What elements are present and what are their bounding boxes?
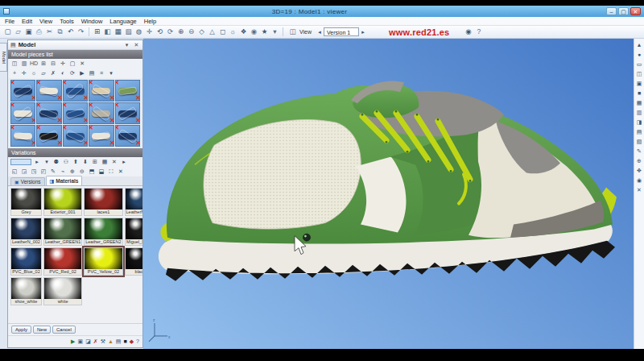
scroll-up-icon[interactable]: ▲: [637, 41, 642, 48]
variations-tool-icon[interactable]: ▸: [120, 158, 128, 166]
variations-tool-icon[interactable]: ⊕: [68, 168, 76, 176]
variations-filter-input[interactable]: [10, 159, 31, 165]
material-swatch[interactable]: PVC_Blue_02: [10, 247, 42, 276]
status-tool-icon[interactable]: ▤: [116, 338, 122, 345]
render-icon[interactable]: ◍: [134, 27, 144, 37]
pieces-tool-icon[interactable]: ⊟: [49, 60, 57, 68]
panel-collapse-icon[interactable]: ▾: [123, 42, 130, 48]
view-top-icon[interactable]: ■: [638, 89, 641, 97]
piece-thumbnail[interactable]: ✕ ✕: [36, 102, 61, 124]
piece-thumbnail[interactable]: ✕ ✕: [36, 125, 61, 147]
undo-icon[interactable]: ↶: [65, 27, 76, 37]
piece-thumbnail[interactable]: ✕ ✕: [63, 102, 88, 124]
material-swatch[interactable]: shoe_white: [10, 277, 42, 305]
pieces-tool-icon[interactable]: ✛: [59, 60, 67, 68]
pieces-tool-icon[interactable]: ▱: [39, 69, 47, 77]
rotate-left-icon[interactable]: ⟲: [155, 27, 165, 37]
view-back-icon[interactable]: ◨: [637, 118, 642, 126]
cut-icon[interactable]: ✂: [44, 27, 55, 37]
variations-tool-icon[interactable]: ✕: [117, 168, 125, 176]
status-tool-icon[interactable]: ✗: [93, 338, 98, 345]
material-swatch[interactable]: LeatherN_002: [10, 218, 42, 246]
pieces-tool-icon[interactable]: ☼: [30, 69, 38, 77]
status-tool-icon[interactable]: ▶: [71, 338, 75, 345]
piece-thumbnail[interactable]: ✕ ✕: [89, 102, 114, 124]
status-tool-icon[interactable]: ■: [123, 338, 126, 345]
panel-side-tab[interactable]: Model: [0, 43, 7, 72]
piece-thumbnail[interactable]: ✕ ✕: [115, 102, 140, 124]
pieces-tool-icon[interactable]: ◫: [10, 60, 19, 68]
shading-icon[interactable]: ▧: [123, 27, 134, 37]
version-prev-icon[interactable]: ◂: [316, 29, 323, 35]
variations-action-button[interactable]: Apply: [11, 326, 31, 334]
shoe-model[interactable]: [159, 81, 617, 280]
mesh-icon[interactable]: △: [207, 27, 217, 37]
variations-action-button[interactable]: New: [33, 326, 51, 334]
pieces-tool-icon[interactable]: ⊞: [39, 60, 47, 68]
pieces-tool-icon[interactable]: HD: [30, 60, 38, 68]
variations-tool-icon[interactable]: ⬇: [81, 158, 89, 166]
pieces-tool-icon[interactable]: ▾: [107, 69, 115, 77]
layout-icon[interactable]: ▦: [113, 27, 123, 37]
pieces-tool-icon[interactable]: ✕: [78, 60, 86, 68]
print-icon[interactable]: ⎙: [34, 27, 44, 37]
piece-thumbnail[interactable]: ✕ ✕: [10, 102, 35, 124]
variations-tool-icon[interactable]: ⚉: [52, 158, 60, 166]
variations-tab[interactable]: ▣ Versions: [10, 177, 45, 185]
variations-tool-icon[interactable]: ⊖: [78, 168, 86, 176]
status-tool-icon[interactable]: ⚒: [101, 338, 105, 345]
help-icon[interactable]: ?: [473, 27, 484, 37]
variations-tool-icon[interactable]: ⌁: [59, 168, 67, 176]
variations-tool-icon[interactable]: ▾: [43, 158, 51, 166]
variations-tool-icon[interactable]: ◲: [20, 168, 28, 176]
menu-item[interactable]: Edit: [22, 18, 32, 25]
material-swatch[interactable]: laces1: [84, 188, 122, 216]
variations-tool-icon[interactable]: ⬆: [72, 158, 80, 166]
version-next-icon[interactable]: ▸: [360, 29, 366, 35]
piece-thumbnail[interactable]: ✕ ✕: [115, 80, 140, 102]
piece-thumbnail[interactable]: ✕ ✕: [115, 125, 140, 147]
piece-thumbnail[interactable]: ✕ ✕: [63, 125, 88, 147]
pan-all-icon[interactable]: ✥: [637, 167, 642, 174]
piece-thumbnail[interactable]: ✕ ✕: [10, 125, 35, 147]
menu-item[interactable]: View: [39, 18, 52, 25]
pieces-tool-icon[interactable]: ▤: [88, 69, 96, 77]
split-view-icon[interactable]: ◧: [102, 27, 113, 37]
pan-icon[interactable]: ▭: [637, 60, 642, 68]
zoom-in-icon[interactable]: ⊕: [175, 27, 186, 37]
material-swatch[interactable]: Exterior_001: [43, 188, 82, 216]
variations-tab[interactable]: ◨ Materials: [46, 176, 83, 185]
material-swatch[interactable]: white: [43, 277, 82, 305]
material-swatch[interactable]: PVC_Red_02: [43, 247, 82, 276]
variations-tool-icon[interactable]: ⬓: [97, 168, 105, 176]
variations-tool-icon[interactable]: ⬒: [88, 168, 96, 176]
pieces-tool-icon[interactable]: ◐: [59, 69, 67, 77]
pieces-tool-icon[interactable]: +: [10, 69, 19, 77]
move-tool-icon[interactable]: ✛: [144, 27, 155, 37]
annotate-icon[interactable]: ✎: [637, 147, 642, 155]
pieces-tool-icon[interactable]: ▶: [78, 69, 86, 77]
zoom-fit-icon[interactable]: ⊕: [637, 157, 642, 164]
variations-tool-icon[interactable]: ⚇: [62, 158, 70, 166]
piece-thumbnail[interactable]: ✕ ✕: [89, 125, 114, 147]
maximize-button[interactable]: ▢: [618, 7, 629, 15]
piece-thumbnail[interactable]: ✕ ✕: [36, 80, 61, 102]
iso-view-icon[interactable]: ▧: [637, 138, 642, 145]
material-swatch[interactable]: Leather_GREEN1: [43, 218, 82, 246]
status-tool-icon[interactable]: ▲: [108, 338, 114, 345]
status-tool-icon[interactable]: ◪: [85, 338, 91, 345]
center-view-icon[interactable]: ◉: [637, 176, 642, 184]
variations-tool-icon[interactable]: ✎: [49, 168, 57, 176]
status-tool-icon[interactable]: ◆: [130, 338, 134, 345]
status-tool-icon[interactable]: ▣: [78, 338, 84, 345]
material-swatch[interactable]: Miguel_Negro: [125, 218, 142, 246]
variations-tool-icon[interactable]: ⛶: [107, 168, 115, 176]
menu-item[interactable]: Language: [109, 18, 136, 25]
panel-close-icon[interactable]: ✕: [133, 42, 140, 48]
open-file-icon[interactable]: ▱: [13, 27, 23, 37]
pieces-tool-icon[interactable]: ✗: [49, 69, 57, 77]
view-grid-icon[interactable]: ▦: [637, 99, 642, 106]
dropdown-arrow-icon[interactable]: ▾: [270, 27, 280, 37]
material-swatch[interactable]: Grey: [10, 188, 42, 216]
materials-icon[interactable]: ❖: [238, 27, 249, 37]
